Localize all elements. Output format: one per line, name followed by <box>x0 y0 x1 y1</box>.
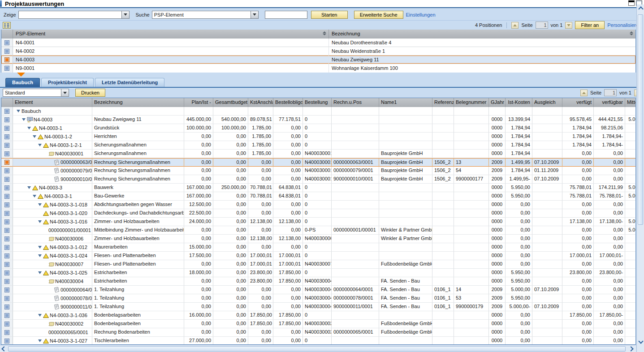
expand-icon[interactable] <box>22 118 26 121</box>
row-selector-cell[interactable] <box>1 184 13 192</box>
row-selector-cell[interactable] <box>1 39 13 47</box>
table-row[interactable]: N4-0003-3-1-018Abdichtungsarbeiten gegen… <box>1 201 635 209</box>
column-header[interactable]: Ist-Kosten <box>506 98 532 107</box>
page-number-input[interactable] <box>604 89 617 96</box>
expand-icon[interactable] <box>38 203 42 206</box>
table-row[interactable]: Baubuch <box>1 107 635 116</box>
expand-icon[interactable] <box>38 220 42 223</box>
page-up-button[interactable] <box>511 22 519 29</box>
row-selector-cell[interactable] <box>1 252 13 260</box>
zeige-dropdown[interactable] <box>18 11 130 19</box>
expand-icon[interactable] <box>27 127 31 129</box>
column-header[interactable]: GJahr <box>489 98 506 107</box>
row-selector-cell[interactable] <box>1 192 13 201</box>
row-selector[interactable] <box>4 160 9 165</box>
table-row[interactable]: N4-0003-3-1Bau-Gewerke167.000,000,0070.7… <box>1 192 635 201</box>
row-selector-cell[interactable] <box>1 56 13 64</box>
scroll-left-icon[interactable] <box>1 346 6 351</box>
expand-icon[interactable] <box>17 110 20 112</box>
column-header[interactable]: Mittelbindung <box>625 98 636 107</box>
table-row[interactable]: 0000000063/0001Rechnung Sicherungsmaßnah… <box>1 158 635 167</box>
table-row[interactable]: N4-0003-1-2Herrichten0,000,001.785,000,0… <box>1 133 635 141</box>
column-header[interactable]: KstAnschla <box>248 98 273 107</box>
row-selector[interactable] <box>4 330 9 335</box>
row-selector[interactable] <box>4 253 9 258</box>
row-selector[interactable] <box>4 288 9 292</box>
table-row[interactable]: N400030006Zimmer- und Holzbauarbeiten0,0… <box>1 235 635 243</box>
tab-letzte-datenueberleitung[interactable]: Letzte Datenüberleitung <box>95 78 164 87</box>
column-header[interactable]: Rechn.u.Pos <box>332 98 379 107</box>
column-header[interactable]: verfügt <box>562 98 594 107</box>
table-row[interactable]: 9000000011/00011. Teilzahlung0,000,000,0… <box>1 303 635 311</box>
row-selector[interactable] <box>4 202 9 207</box>
row-selector-cell[interactable] <box>1 124 13 133</box>
row-selector-cell[interactable] <box>1 107 13 116</box>
search-input[interactable] <box>265 11 307 19</box>
scroll-down-icon[interactable] <box>638 339 643 343</box>
table-row[interactable]: N400030001Sicherungsmaßnahmen0,000,001.7… <box>1 150 635 158</box>
row-selector[interactable] <box>4 177 9 182</box>
row-selector[interactable] <box>4 270 9 275</box>
row-selector-cell[interactable] <box>1 150 13 158</box>
row-selector[interactable] <box>4 117 9 122</box>
row-selector[interactable] <box>4 262 9 267</box>
table-row[interactable]: N4-0003-3-1-024Fliesen- und Plattenarbei… <box>1 252 635 260</box>
page-number-input[interactable] <box>536 21 548 29</box>
row-selector-cell[interactable] <box>1 269 13 277</box>
view-dropdown-button[interactable] <box>61 89 69 97</box>
row-selector-cell[interactable] <box>1 294 13 303</box>
table-row[interactable]: N400030004Estricharbeiten0,000,0023.800,… <box>1 277 635 286</box>
row-selector[interactable] <box>4 134 9 139</box>
row-selector[interactable] <box>4 57 9 62</box>
row-selector-cell[interactable] <box>1 209 13 218</box>
column-header[interactable]: Element <box>13 98 92 107</box>
column-header[interactable]: verfügbar <box>594 98 625 107</box>
row-selector-cell[interactable] <box>1 303 13 311</box>
starten-button[interactable]: Starten <box>311 11 348 19</box>
table-row[interactable]: N4-0003-3-1-025Estricharbeiten18.000,000… <box>1 269 635 277</box>
row-selector-cell[interactable] <box>1 286 13 294</box>
expand-icon[interactable] <box>33 135 36 138</box>
column-header-psp-element[interactable]: PSP-Element <box>13 30 329 39</box>
column-header[interactable]: Gesamtbudget <box>213 98 248 107</box>
column-header[interactable]: Plan/Ist - <box>184 98 213 107</box>
column-header[interactable]: Belegnummer <box>454 98 489 107</box>
column-header[interactable]: Bestellung <box>303 98 332 107</box>
tab-projektuebersicht[interactable]: Projektübersicht <box>41 78 94 87</box>
row-selector[interactable] <box>4 40 9 45</box>
sort-icon[interactable] <box>630 31 633 35</box>
expand-icon[interactable] <box>38 314 42 317</box>
table-row[interactable]: N4-0003Neubau Zweigweg 11 <box>1 56 635 64</box>
column-header[interactable]: Referenz <box>432 98 454 107</box>
row-selector-cell[interactable] <box>1 175 13 184</box>
row-selector[interactable] <box>4 194 9 199</box>
expand-icon[interactable] <box>38 144 42 146</box>
row-selector[interactable] <box>4 126 9 131</box>
row-selector-cell[interactable] <box>1 226 13 235</box>
row-selector[interactable] <box>4 109 9 114</box>
table-row[interactable]: 0000000078/00011. Teilzahlung0,000,000,0… <box>1 294 635 303</box>
vertical-scrollbar-thumb[interactable] <box>638 14 643 225</box>
column-header[interactable]: Name1 <box>379 98 432 107</box>
row-selector-cell[interactable] <box>1 47 13 55</box>
table-row[interactable]: N4-0003Neubau Zweigweg 11445.000,00540.0… <box>1 116 635 124</box>
minimize-icon[interactable] <box>628 0 635 6</box>
filter-toggle-button[interactable]: Filter an <box>575 21 605 29</box>
table-row[interactable]: N4-0003-1-2-1Sicherungsmaßnahmen0,000,00… <box>1 141 635 150</box>
expand-icon[interactable] <box>38 254 42 257</box>
table-row[interactable]: 0000000079/0001Rechnung Sicherungsmaßnah… <box>1 167 635 175</box>
row-selector-cell[interactable] <box>1 218 13 226</box>
row-selector[interactable] <box>4 279 9 284</box>
row-selector[interactable] <box>4 245 9 250</box>
column-header[interactable]: Bezeichnung <box>92 98 184 107</box>
column-header[interactable]: Bestellobligo <box>273 98 303 107</box>
row-selector-cell[interactable] <box>1 311 13 320</box>
row-selector[interactable] <box>4 219 9 224</box>
row-selector[interactable] <box>4 322 9 326</box>
table-row[interactable]: 0000000001/00001Mittelbindung Zimmer- un… <box>1 226 635 235</box>
row-selector-cell[interactable] <box>1 320 13 328</box>
page-down-button[interactable] <box>565 22 572 29</box>
table-row[interactable]: 0000000065/0001Rechnung Bodenarbeiten0,0… <box>1 328 635 337</box>
row-selector-cell[interactable] <box>1 243 13 252</box>
row-selector[interactable] <box>4 168 9 173</box>
